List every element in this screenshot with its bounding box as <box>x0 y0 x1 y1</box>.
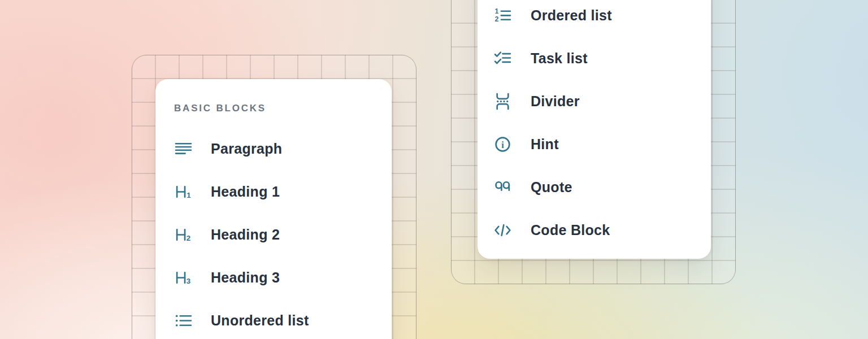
svg-text:2: 2 <box>495 15 499 23</box>
menu-item-hint[interactable]: i Hint <box>478 123 711 166</box>
basic-blocks-menu: BASIC BLOCKS Paragraph 1 Heading 1 2 Hea… <box>155 79 392 339</box>
insert-blocks-menu: 1 2 Ordered list Task list <box>478 0 711 259</box>
menu-item-heading-2[interactable]: 2 Heading 2 <box>155 213 392 256</box>
quote-icon <box>493 178 512 197</box>
menu-item-label: Unordered list <box>211 312 309 329</box>
menu-item-heading-1[interactable]: 1 Heading 1 <box>155 170 392 213</box>
menu-section-header: BASIC BLOCKS <box>155 103 392 114</box>
menu-item-label: Divider <box>531 93 580 110</box>
menu-item-label: Heading 3 <box>211 270 280 286</box>
menu-item-unordered-list[interactable]: Unordered list <box>155 299 392 339</box>
svg-text:1: 1 <box>495 7 499 15</box>
menu-item-ordered-list[interactable]: 1 2 Ordered list <box>478 0 711 37</box>
menu-item-task-list[interactable]: Task list <box>478 37 711 80</box>
illustration-canvas: BASIC BLOCKS Paragraph 1 Heading 1 2 Hea… <box>0 0 868 339</box>
heading-2-icon: 2 <box>174 225 193 244</box>
menu-item-label: Paragraph <box>211 141 282 157</box>
svg-text:2: 2 <box>186 234 190 242</box>
paragraph-icon <box>174 140 193 158</box>
heading-3-icon: 3 <box>174 268 193 287</box>
menu-item-divider[interactable]: Divider <box>478 80 711 123</box>
task-list-icon <box>493 49 512 68</box>
hint-icon: i <box>493 135 512 154</box>
heading-1-icon: 1 <box>174 182 193 201</box>
menu-item-label: Hint <box>531 136 559 153</box>
unordered-list-icon <box>174 311 193 330</box>
menu-item-label: Code Block <box>531 222 610 238</box>
svg-text:i: i <box>501 139 504 150</box>
menu-item-label: Heading 2 <box>211 227 280 243</box>
ordered-list-icon: 1 2 <box>493 6 512 25</box>
menu-item-code-block[interactable]: Code Block <box>478 208 711 251</box>
divider-icon <box>493 92 512 111</box>
menu-item-label: Quote <box>531 179 572 195</box>
menu-item-label: Task list <box>531 50 588 67</box>
svg-text:3: 3 <box>186 277 190 285</box>
menu-item-heading-3[interactable]: 3 Heading 3 <box>155 256 392 299</box>
menu-item-quote[interactable]: Quote <box>478 166 711 208</box>
menu-item-label: Ordered list <box>531 7 612 24</box>
menu-item-paragraph[interactable]: Paragraph <box>155 127 392 170</box>
svg-text:1: 1 <box>186 191 191 199</box>
menu-item-label: Heading 1 <box>211 184 280 200</box>
code-block-icon <box>493 221 512 240</box>
